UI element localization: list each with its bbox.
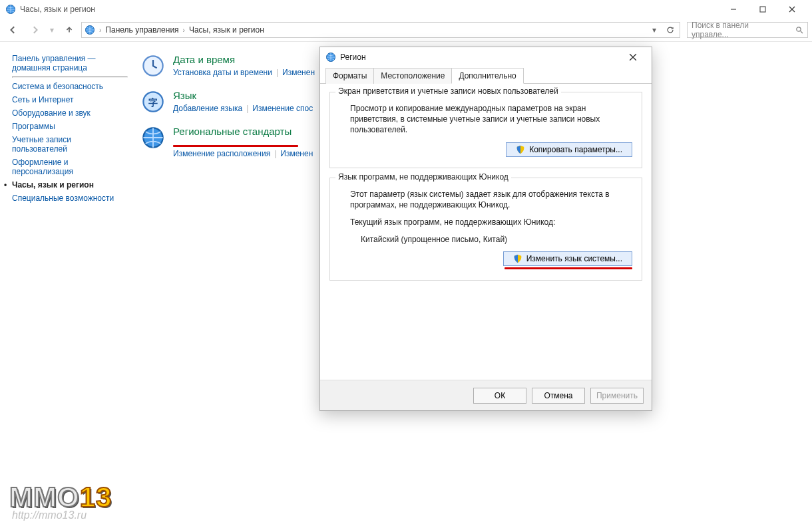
group-non-unicode: Язык программ, не поддерживающих Юникод …	[329, 178, 642, 281]
category-title-region[interactable]: Региональные стандарты	[173, 126, 313, 137]
link-change-formats-truncated[interactable]: Изменен	[280, 149, 313, 158]
address-icon	[85, 25, 95, 35]
change-system-locale-button[interactable]: Изменить язык системы...	[503, 251, 632, 266]
chevron-right-icon: ›	[183, 27, 185, 34]
link-add-language[interactable]: Добавление языка	[173, 104, 242, 113]
region-dialog: Регион Форматы Местоположение Дополнител…	[319, 47, 652, 411]
welcome-screen-text: Просмотр и копирование международных пар…	[350, 103, 632, 136]
maximize-button[interactable]	[748, 0, 777, 19]
category-title-language[interactable]: Язык	[173, 90, 313, 101]
link-set-date-time[interactable]: Установка даты и времени	[173, 68, 272, 77]
uac-shield-icon	[516, 145, 525, 154]
address-dropdown[interactable]: ▾	[648, 25, 661, 35]
close-button[interactable]	[777, 0, 807, 19]
sidebar-item-clock-lang-region[interactable]: Часы, язык и регион	[12, 180, 128, 190]
breadcrumb-clock-lang-region[interactable]: Часы, язык и регион	[189, 25, 264, 35]
sidebar-item-programs[interactable]: Программы	[12, 122, 128, 131]
app-icon	[5, 4, 16, 15]
copy-settings-button[interactable]: Копировать параметры...	[506, 142, 632, 157]
link-separator: |	[246, 104, 248, 113]
category-title-date-time[interactable]: Дата и время	[173, 54, 315, 65]
non-unicode-text: Этот параметр (язык системы) задает язык…	[350, 189, 632, 210]
sidebar-item-ease-of-access[interactable]: Специальные возможности	[12, 194, 128, 203]
sidebar: Панель управления — домашняя страница Си…	[0, 42, 133, 532]
dialog-tabs: Форматы Местоположение Дополнительно	[320, 67, 652, 84]
minimize-button[interactable]	[719, 0, 748, 19]
tab-advanced[interactable]: Дополнительно	[451, 68, 523, 84]
sidebar-item-home[interactable]: Панель управления — домашняя страница	[12, 54, 128, 72]
tab-formats[interactable]: Форматы	[325, 68, 374, 84]
link-separator: |	[276, 68, 278, 77]
sidebar-item-appearance[interactable]: Оформление и персонализация	[12, 158, 128, 176]
refresh-button[interactable]	[664, 26, 677, 34]
breadcrumb-control-panel[interactable]: Панель управления	[105, 25, 178, 35]
up-button[interactable]	[60, 21, 79, 39]
current-lang-label: Текущий язык программ, не поддерживающих…	[350, 217, 632, 227]
history-dropdown[interactable]: ▾	[47, 21, 57, 39]
sidebar-item-network-internet[interactable]: Сеть и Интернет	[12, 95, 128, 104]
search-placeholder: Поиск в панели управле...	[692, 21, 787, 39]
copy-settings-label: Копировать параметры...	[529, 145, 622, 154]
back-button[interactable]	[4, 21, 23, 39]
highlight-underline	[173, 145, 298, 147]
sidebar-item-system-security[interactable]: Система и безопасность	[12, 82, 128, 91]
dialog-icon	[325, 52, 336, 63]
chevron-right-icon: ›	[99, 27, 101, 34]
search-icon	[795, 26, 803, 34]
uac-shield-icon	[513, 254, 522, 263]
explorer-toolbar: ▾ › Панель управления › Часы, язык и рег…	[0, 19, 812, 41]
dialog-close-button[interactable]	[620, 47, 646, 67]
ok-button[interactable]: ОК	[473, 388, 526, 404]
link-change-timezone-truncated[interactable]: Изменен	[282, 68, 315, 77]
tab-location[interactable]: Местоположение	[373, 68, 452, 84]
dialog-titlebar[interactable]: Регион	[320, 47, 652, 67]
sidebar-item-hardware-sound[interactable]: Оборудование и звук	[12, 108, 128, 118]
highlight-underline	[505, 267, 632, 269]
search-input[interactable]: Поиск в панели управле...	[687, 22, 808, 38]
region-icon	[141, 126, 165, 150]
current-lang-value: Китайский (упрощенное письмо, Китай)	[361, 234, 632, 245]
dialog-footer: ОК Отмена Применить	[320, 380, 652, 410]
group-welcome-screen: Экран приветствия и учетные записи новых…	[329, 92, 642, 168]
apply-button[interactable]: Применить	[590, 388, 644, 404]
link-change-location[interactable]: Изменение расположения	[173, 149, 270, 158]
group-welcome-legend: Экран приветствия и учетные записи новых…	[335, 86, 561, 96]
group-non-unicode-legend: Язык программ, не поддерживающих Юникод	[335, 172, 511, 182]
link-separator: |	[274, 149, 276, 158]
sidebar-item-user-accounts[interactable]: Учетные записи пользователей	[12, 135, 128, 154]
watermark-url: http://mmo13.ru	[12, 509, 87, 521]
watermark-brand-a: MMO	[9, 481, 80, 513]
dialog-title: Регион	[340, 53, 366, 62]
watermark-brand-b: 13	[80, 481, 112, 513]
address-bar[interactable]: › Панель управления › Часы, язык и регио…	[81, 22, 680, 38]
language-icon	[141, 90, 165, 114]
watermark-logo: MMO13	[9, 481, 112, 513]
window-titlebar: Часы, язык и регион	[0, 0, 812, 19]
window-title: Часы, язык и регион	[20, 5, 95, 14]
cancel-button[interactable]: Отмена	[532, 388, 585, 404]
change-system-locale-label: Изменить язык системы...	[526, 254, 622, 263]
clock-icon	[141, 54, 165, 78]
forward-button[interactable]	[25, 21, 44, 39]
link-change-input-truncated[interactable]: Изменение спос	[252, 104, 313, 113]
